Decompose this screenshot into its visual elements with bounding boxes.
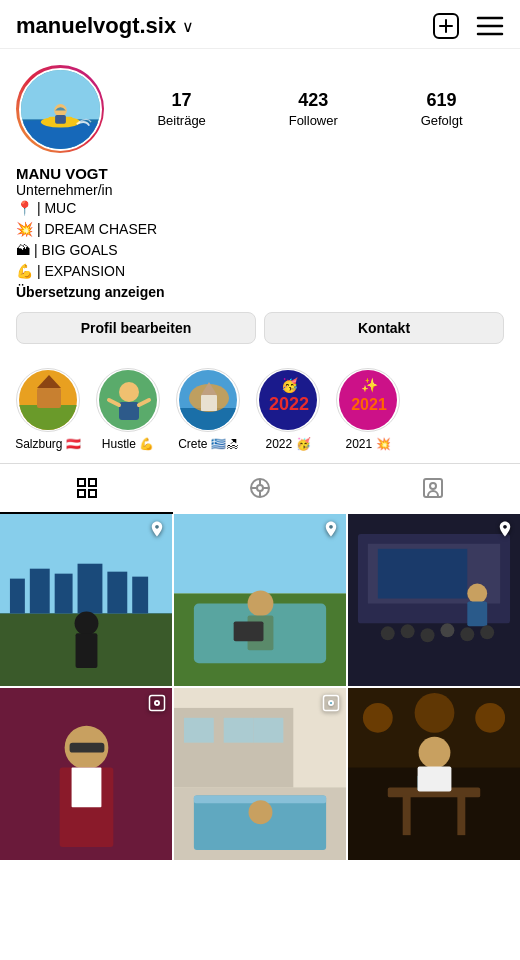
following-count: 619 bbox=[427, 90, 457, 111]
following-label: Gefolgt bbox=[421, 113, 463, 128]
translate-link[interactable]: Übersetzung anzeigen bbox=[16, 284, 504, 300]
svg-point-35 bbox=[257, 485, 263, 491]
chevron-down-icon[interactable]: ∨ bbox=[182, 17, 194, 36]
svg-rect-11 bbox=[55, 114, 66, 123]
svg-rect-76 bbox=[70, 743, 105, 753]
highlight-crete[interactable]: Crete 🇬🇷🏖 bbox=[168, 368, 248, 451]
svg-rect-47 bbox=[55, 574, 73, 614]
photo-cell-6[interactable] bbox=[348, 688, 520, 860]
svg-point-79 bbox=[156, 702, 158, 704]
edit-profile-button[interactable]: Profil bearbeiten bbox=[16, 312, 256, 344]
followers-count: 423 bbox=[298, 90, 328, 111]
hamburger-icon bbox=[476, 15, 504, 37]
svg-rect-33 bbox=[89, 490, 96, 497]
svg-rect-31 bbox=[89, 479, 96, 486]
bio-line-4: 💪 | EXPANSION bbox=[16, 261, 504, 282]
photo-cell-2[interactable] bbox=[174, 514, 346, 686]
svg-rect-46 bbox=[30, 569, 50, 614]
svg-rect-83 bbox=[184, 718, 214, 743]
svg-text:🥳: 🥳 bbox=[281, 377, 299, 394]
svg-point-91 bbox=[330, 702, 332, 704]
stat-following[interactable]: 619 Gefolgt bbox=[421, 90, 463, 128]
svg-rect-49 bbox=[107, 572, 127, 614]
photo-cell-4[interactable] bbox=[0, 688, 172, 860]
svg-rect-59 bbox=[234, 621, 264, 641]
highlight-salzburg-label: Salzburg 🇦🇹 bbox=[15, 437, 81, 451]
svg-rect-63 bbox=[378, 549, 467, 599]
svg-rect-54 bbox=[174, 514, 346, 594]
svg-point-57 bbox=[248, 591, 274, 617]
grid-icon bbox=[75, 476, 99, 500]
plus-square-icon bbox=[432, 12, 460, 40]
reel-icon-2 bbox=[322, 694, 340, 716]
pin-icon-2 bbox=[322, 520, 340, 542]
posts-label: Beiträge bbox=[157, 113, 205, 128]
avatar-image bbox=[19, 68, 102, 151]
svg-rect-14 bbox=[37, 388, 61, 408]
avatar[interactable] bbox=[16, 65, 104, 153]
bio: MANU VOGT Unternehmer/in 📍 | MUC 💥 | DRE… bbox=[16, 165, 504, 300]
add-post-button[interactable] bbox=[432, 12, 460, 40]
content-tabs bbox=[0, 463, 520, 514]
svg-rect-22 bbox=[201, 395, 217, 411]
svg-point-66 bbox=[381, 626, 395, 640]
pin-icon-3 bbox=[496, 520, 514, 542]
contact-button[interactable]: Kontakt bbox=[264, 312, 504, 344]
svg-rect-30 bbox=[78, 479, 85, 486]
action-buttons: Profil bearbeiten Kontakt bbox=[16, 312, 504, 344]
highlight-2021[interactable]: 2021 ✨ 2021 💥 bbox=[328, 368, 408, 451]
svg-rect-84 bbox=[224, 718, 254, 743]
svg-point-17 bbox=[119, 382, 139, 402]
photo-4 bbox=[0, 688, 172, 860]
highlight-hustle[interactable]: Hustle 💪 bbox=[88, 368, 168, 451]
svg-rect-103 bbox=[418, 767, 452, 792]
photo-cell-5[interactable] bbox=[174, 688, 346, 860]
username-label: manuelvogt.six bbox=[16, 13, 176, 39]
highlights-row: Salzburg 🇦🇹 Hustle 💪 bbox=[0, 352, 520, 459]
tab-tagged[interactable] bbox=[347, 464, 520, 514]
photo-cell-1[interactable] bbox=[0, 514, 172, 686]
bio-line-2: 💥 | DREAM CHASER bbox=[16, 219, 504, 240]
svg-point-71 bbox=[480, 625, 494, 639]
tab-reels[interactable] bbox=[173, 464, 346, 514]
svg-rect-52 bbox=[76, 633, 98, 668]
svg-point-68 bbox=[421, 628, 435, 642]
stats-row: 17 Beiträge 423 Follower 619 Gefolgt bbox=[116, 90, 504, 128]
profile-section: 17 Beiträge 423 Follower 619 Gefolgt MAN… bbox=[0, 49, 520, 352]
stat-posts[interactable]: 17 Beiträge bbox=[157, 90, 205, 128]
profile-title: Unternehmer/in bbox=[16, 182, 504, 198]
svg-rect-50 bbox=[132, 577, 148, 614]
svg-rect-98 bbox=[403, 795, 411, 835]
highlight-salzburg[interactable]: Salzburg 🇦🇹 bbox=[8, 368, 88, 451]
svg-text:✨: ✨ bbox=[361, 377, 379, 394]
svg-point-51 bbox=[75, 611, 99, 635]
bio-line-3: 🏔 | BIG GOALS bbox=[16, 240, 504, 261]
highlight-2022-label: 2022 🥳 bbox=[265, 437, 310, 451]
svg-point-64 bbox=[467, 584, 487, 604]
svg-rect-48 bbox=[78, 564, 103, 614]
photo-5 bbox=[174, 688, 346, 860]
stat-followers[interactable]: 423 Follower bbox=[289, 90, 338, 128]
tab-grid[interactable] bbox=[0, 464, 173, 514]
photo-cell-3[interactable] bbox=[348, 514, 520, 686]
profile-top: 17 Beiträge 423 Follower 619 Gefolgt bbox=[16, 65, 504, 153]
highlight-hustle-label: Hustle 💪 bbox=[102, 437, 154, 451]
svg-point-88 bbox=[249, 800, 273, 824]
svg-rect-32 bbox=[78, 490, 85, 497]
svg-point-67 bbox=[401, 624, 415, 638]
svg-rect-99 bbox=[457, 795, 465, 835]
highlight-2021-label: 2021 💥 bbox=[345, 437, 390, 451]
pin-icon-1 bbox=[148, 520, 166, 542]
svg-rect-18 bbox=[119, 402, 139, 420]
svg-rect-45 bbox=[10, 579, 25, 614]
menu-button[interactable] bbox=[476, 15, 504, 37]
highlight-2022[interactable]: 2022 🥳 2022 🥳 bbox=[248, 368, 328, 451]
header-left: manuelvogt.six ∨ bbox=[16, 13, 194, 39]
svg-point-70 bbox=[460, 627, 474, 641]
svg-rect-65 bbox=[467, 601, 487, 626]
bio-line-1: 📍 | MUC bbox=[16, 198, 504, 219]
svg-point-94 bbox=[363, 703, 393, 733]
svg-point-102 bbox=[419, 737, 451, 769]
profile-name: MANU VOGT bbox=[16, 165, 504, 182]
reel-icon-1 bbox=[148, 694, 166, 716]
